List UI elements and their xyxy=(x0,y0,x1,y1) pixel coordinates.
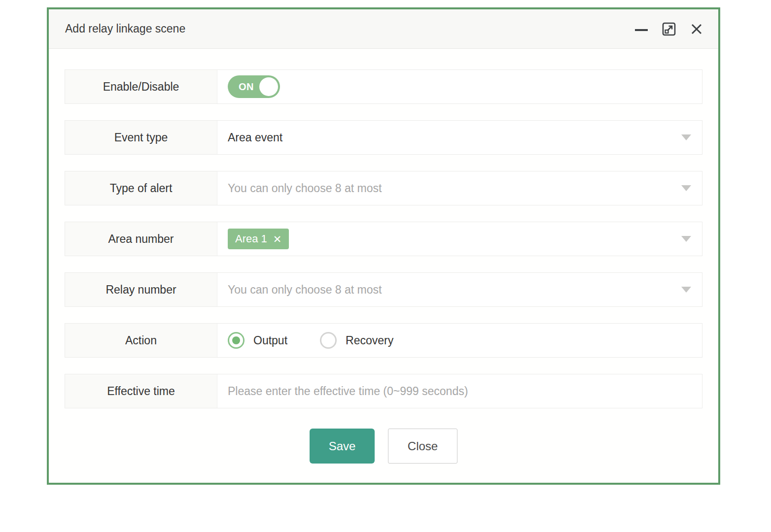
row-event-type: Event type Area event xyxy=(65,120,702,155)
area-number-label: Area number xyxy=(65,222,217,256)
type-of-alert-select[interactable]: You can only choose 8 at most xyxy=(217,171,702,205)
enable-toggle[interactable]: ON xyxy=(228,75,280,98)
dialog-body: Enable/Disable ON Event type Area event … xyxy=(49,49,718,464)
effective-time-input[interactable] xyxy=(228,385,672,398)
type-of-alert-label: Type of alert xyxy=(65,171,217,205)
row-type-of-alert: Type of alert You can only choose 8 at m… xyxy=(65,171,702,205)
enable-disable-value: ON xyxy=(217,70,702,103)
minimize-button[interactable] xyxy=(632,20,650,38)
row-area-number: Area number Area 1 ✕ xyxy=(65,222,702,256)
row-effective-time: Effective time xyxy=(65,374,702,408)
close-button[interactable] xyxy=(688,20,705,38)
dialog-header: Add relay linkage scene xyxy=(49,9,718,49)
toggle-knob xyxy=(259,77,278,96)
add-relay-linkage-scene-dialog: Add relay linkage scene xyxy=(47,7,720,485)
radio-output-label: Output xyxy=(253,334,287,347)
row-relay-number: Relay number You can only choose 8 at mo… xyxy=(65,272,702,307)
row-action: Action Output Recovery xyxy=(65,323,702,358)
action-radio-group: Output Recovery xyxy=(228,332,393,349)
radio-selected-icon[interactable] xyxy=(228,332,245,349)
type-of-alert-placeholder: You can only choose 8 at most xyxy=(228,182,382,195)
effective-time-value xyxy=(217,374,702,408)
toggle-state-label: ON xyxy=(239,81,254,93)
action-value: Output Recovery xyxy=(217,324,702,357)
radio-unselected-icon[interactable] xyxy=(320,332,337,349)
event-type-select[interactable]: Area event xyxy=(217,121,702,154)
effective-time-label: Effective time xyxy=(65,374,217,408)
button-row: Save Close xyxy=(65,429,702,464)
area-tag-label: Area 1 xyxy=(235,233,267,245)
maximize-icon xyxy=(661,21,677,37)
relay-number-label: Relay number xyxy=(65,273,217,306)
close-icon xyxy=(689,21,704,37)
chevron-down-icon[interactable] xyxy=(681,185,691,191)
window-controls xyxy=(632,20,705,38)
relay-number-select[interactable]: You can only choose 8 at most xyxy=(217,273,702,306)
radio-output[interactable]: Output xyxy=(228,332,287,349)
chevron-down-icon[interactable] xyxy=(681,287,691,293)
area-number-select[interactable]: Area 1 ✕ xyxy=(217,222,702,256)
tag-remove-icon[interactable]: ✕ xyxy=(273,234,282,244)
event-type-value: Area event xyxy=(228,131,282,144)
chevron-down-icon[interactable] xyxy=(681,134,691,140)
minimize-icon xyxy=(633,21,649,37)
relay-number-placeholder: You can only choose 8 at most xyxy=(228,283,382,297)
row-enable-disable: Enable/Disable ON xyxy=(65,69,702,104)
radio-recovery-label: Recovery xyxy=(346,334,393,347)
close-dialog-button[interactable]: Close xyxy=(388,429,457,464)
dialog-title: Add relay linkage scene xyxy=(65,22,185,35)
maximize-button[interactable] xyxy=(660,20,678,38)
chevron-down-icon[interactable] xyxy=(681,236,691,242)
area-tag: Area 1 ✕ xyxy=(228,229,289,249)
event-type-label: Event type xyxy=(65,121,217,154)
action-label: Action xyxy=(65,324,217,357)
radio-recovery[interactable]: Recovery xyxy=(320,332,393,349)
enable-disable-label: Enable/Disable xyxy=(65,70,217,103)
save-button[interactable]: Save xyxy=(310,429,375,464)
